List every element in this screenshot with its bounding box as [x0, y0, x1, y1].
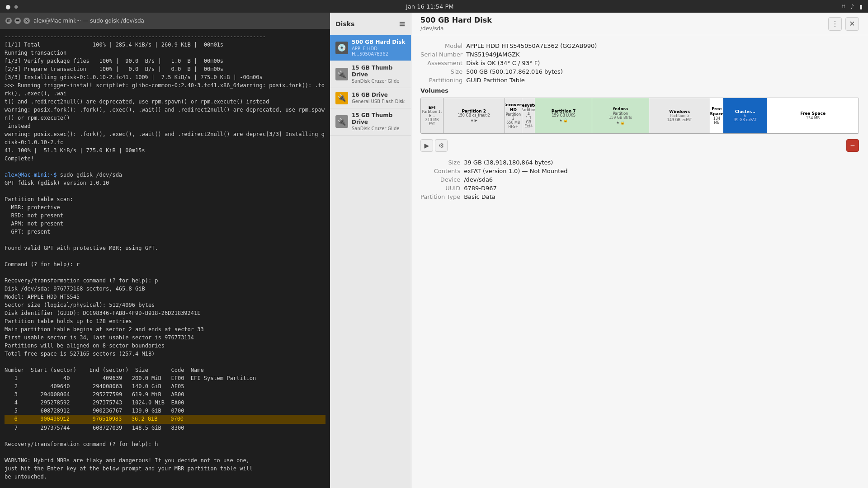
disk-name-hdd: 500 GB Hard Disk — [352, 39, 406, 46]
terminal-title-left: ⊞ ☰ ✕ alex@Mac-mini:~ — sudo gdisk /dev/… — [5, 18, 144, 24]
part-size-value: 39 GB (38,918,180,864 bytes) — [464, 159, 859, 166]
star-icon-p2: ★ — [471, 118, 474, 122]
partition-toolbar: ▶ ⚙ − — [420, 137, 859, 155]
disk-sub-usb3: SanDisk Cruzer Glide — [352, 126, 406, 131]
partitioning-value: GUID Partition Table — [466, 77, 859, 84]
disk-sub-usb2: General USB Flash Disk — [352, 99, 405, 104]
disk-sub-hdd: APPLE HDD H...5050A7E362 — [352, 46, 406, 57]
window-controls: ⊞ ☰ ✕ — [5, 18, 30, 24]
battery-icon: ▮ — [859, 3, 863, 10]
partition-segment-freespace1[interactable]: Free Space 134 MB — [710, 98, 723, 133]
system-bar: ● ● Jan 16 11:54 PM ⌗ ♪ ▮ — [0, 0, 868, 13]
partition-bar: EFI Partition 1: E... 210 MB FAT Partiti… — [420, 98, 859, 134]
terminal-output: ----------------------------------------… — [5, 33, 326, 415]
disk-name-usb1: 15 GB Thumb Drive — [352, 65, 406, 79]
sidebar-item-usb3[interactable]: 🔌 15 GB Thumb Drive SanDisk Cruzer Glide — [330, 108, 411, 136]
disks-panel: Disks ≡ 💿 500 GB Hard Disk APPLE HDD H..… — [330, 13, 868, 488]
assessment-label: Assessment — [420, 60, 462, 66]
part-type-label: Partition Type — [420, 193, 460, 200]
volumes-title: Volumes — [420, 87, 859, 94]
terminal-output-2: 7 297375744 608727039 148.5 GiB 8300 Rec… — [5, 424, 326, 488]
network-icon: ⌗ — [842, 3, 845, 10]
part-device-label: Device — [420, 176, 460, 183]
sidebar-item-usb2[interactable]: 🔌 16 GB Drive General USB Flash Disk — [330, 88, 411, 108]
partitioning-label: Partitioning — [420, 77, 462, 84]
close-button[interactable]: ✕ — [24, 18, 30, 24]
window-indicator: ● — [14, 4, 18, 9]
disks-sidebar: Disks ≡ 💿 500 GB Hard Disk APPLE HDD H..… — [330, 13, 411, 488]
usb3-icon: 🔌 — [335, 115, 348, 128]
highlighted-partition-row: 6 900498912 976510983 36.2 GiB 0700 — [5, 415, 326, 424]
disk-name-usb3: 15 GB Thumb Drive — [352, 112, 406, 126]
volume-icon: ♪ — [850, 3, 854, 10]
part-uuid-value: 6789-D967 — [464, 185, 859, 192]
partition-segment-2[interactable]: Partition 2 150 GB cs_frauti2 ★ ▶ — [443, 98, 505, 133]
star-icon-fedora: ★ — [616, 121, 619, 125]
play-icon-p2: ▶ — [475, 118, 477, 122]
hdd-icon: 💿 — [335, 42, 348, 54]
size-value: 500 GB (500,107,862,016 bytes) — [466, 68, 859, 75]
usb2-icon: 🔌 — [335, 92, 348, 104]
partition-segment-recovery[interactable]: Recovery HD Partition 3 650 MB HFS+ — [505, 98, 523, 133]
system-bar-datetime: Jan 16 11:54 PM — [406, 3, 454, 10]
partition-segment-6-selected[interactable]: Cluster... 6 39 GB exFAT — [723, 98, 767, 133]
partition-segment-fs[interactable]: Filesystem Partition 4 1.1 GB Ext4 — [522, 98, 535, 133]
star-icon-p7: ★ — [559, 118, 562, 122]
partition-segment-freespace2[interactable]: Free Space 134 MB — [767, 98, 859, 133]
apple-menu[interactable]: ● — [5, 3, 10, 10]
play-partition-button[interactable]: ▶ — [420, 139, 433, 152]
disk-info-section: Model APPLE HDD HTS545050A7E362 (GG2AB99… — [411, 35, 868, 87]
sidebar-menu-button[interactable]: ≡ — [399, 19, 406, 28]
size-label: Size — [420, 68, 462, 75]
part-device-value: /dev/sda6 — [464, 176, 859, 183]
disk-main-title: 500 GB Hard Disk — [420, 16, 492, 24]
model-value: APPLE HDD HTS545050A7E362 (GG2AB990) — [466, 42, 859, 49]
terminal-title: alex@Mac-mini:~ — sudo gdisk /dev/sda — [33, 18, 144, 24]
lock-icon-p7: 🔒 — [563, 118, 568, 122]
menu-button[interactable]: ☰ — [14, 18, 21, 24]
terminal-titlebar: ⊞ ☰ ✕ alex@Mac-mini:~ — sudo gdisk /dev/… — [0, 13, 330, 29]
sidebar-item-usb1[interactable]: 🔌 15 GB Thumb Drive SanDisk Cruzer Glide — [330, 61, 411, 88]
part-size-label: Size — [420, 159, 460, 166]
partition-details: Size 39 GB (38,918,180,864 bytes) Conten… — [411, 155, 868, 204]
disk-sub-usb1: SanDisk Cruzer Glide — [352, 79, 406, 84]
delete-partition-button[interactable]: − — [846, 139, 859, 152]
partition-segment-windows[interactable]: Windows Partition 5 149 GB exFAT — [649, 98, 711, 133]
disk-options-button[interactable]: ⋮ — [828, 17, 842, 31]
usb1-icon: 🔌 — [335, 68, 348, 80]
partition-segment-fedora[interactable]: fedora Partition 159 GB Btrfs ★ 🔒 — [592, 98, 649, 133]
disk-close-button[interactable]: ✕ — [845, 17, 859, 31]
serial-label: Serial Number — [420, 51, 462, 58]
part-uuid-label: UUID — [420, 185, 460, 192]
part-contents-label: Contents — [420, 168, 460, 174]
sidebar-item-hdd[interactable]: 💿 500 GB Hard Disk APPLE HDD H...5050A7E… — [330, 35, 411, 61]
disk-name-usb2: 16 GB Drive — [352, 92, 405, 99]
system-bar-right: ⌗ ♪ ▮ — [842, 3, 863, 10]
part-contents-value: exFAT (version 1.0) — Not Mounted — [464, 168, 859, 174]
sidebar-title: Disks — [335, 20, 354, 28]
disk-main-subtitle: /dev/sda — [420, 25, 492, 32]
terminal-panel: ⊞ ☰ ✕ alex@Mac-mini:~ — sudo gdisk /dev/… — [0, 13, 330, 488]
disk-main-header: 500 GB Hard Disk /dev/sda ⋮ ✕ — [411, 13, 868, 35]
volumes-section: Volumes EFI Partition 1: E... 210 MB FAT… — [411, 87, 868, 155]
sidebar-header: Disks ≡ — [330, 13, 411, 35]
model-label: Model — [420, 42, 462, 49]
part-type-value: Basic Data — [464, 193, 859, 200]
system-bar-left: ● ● — [5, 3, 18, 10]
terminal-body[interactable]: ----------------------------------------… — [0, 29, 330, 488]
serial-value: TNS51949JAMGZK — [466, 51, 859, 58]
settings-partition-button[interactable]: ⚙ — [435, 139, 448, 152]
grid-button[interactable]: ⊞ — [5, 18, 12, 24]
partition-segment-efi[interactable]: EFI Partition 1: E... 210 MB FAT — [421, 98, 443, 133]
lock-icon-fedora: 🔒 — [620, 121, 625, 125]
disk-main: 500 GB Hard Disk /dev/sda ⋮ ✕ Model APPL… — [411, 13, 868, 488]
partition-segment-7-luks[interactable]: Partition 7 159 GB LUKS ★ 🔒 — [535, 98, 592, 133]
assessment-value: Disk is OK (34° C / 93° F) — [466, 60, 859, 66]
